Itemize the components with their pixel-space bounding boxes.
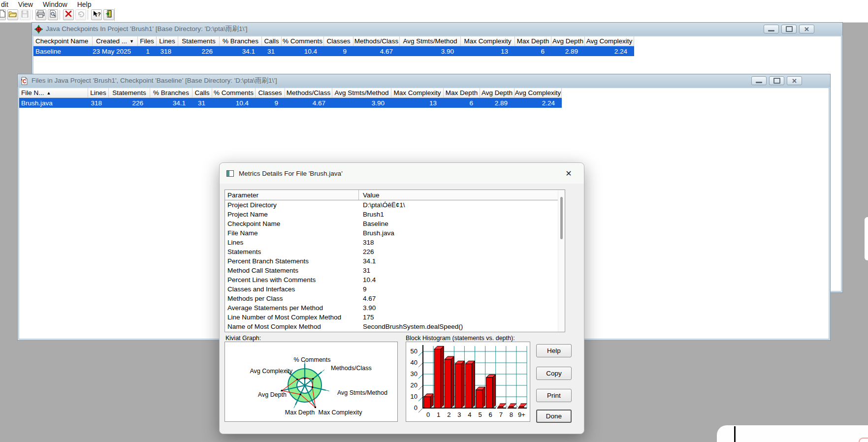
column-header-created-[interactable]: Created ...▼ bbox=[93, 36, 138, 46]
parameter-row[interactable]: Name of Most Complex MethodSecondBrushSy… bbox=[225, 322, 565, 331]
metrics-dialog-titlebar[interactable]: Metrics Details For File 'Brush.java' ✕ bbox=[220, 163, 584, 184]
column-header-max-complexity[interactable]: Max Complexity bbox=[461, 36, 515, 46]
parameter-row[interactable]: Method Call Statements31 bbox=[225, 266, 565, 275]
parameter-row[interactable]: Project NameBrush1 bbox=[225, 210, 565, 219]
table-cell: Brush.java bbox=[19, 98, 88, 108]
table-cell: 3.90 bbox=[400, 46, 461, 56]
parameter-row[interactable]: Checkpoint NameBaseline bbox=[225, 219, 565, 228]
column-header-methods-class[interactable]: Methods/Class bbox=[285, 88, 332, 98]
parameter-row[interactable]: Methods per Class4.67 bbox=[225, 294, 565, 303]
minimize-button[interactable] bbox=[751, 76, 767, 85]
menu-item-edit[interactable]: dit bbox=[0, 0, 13, 8]
column-header-methods-class[interactable]: Methods/Class bbox=[354, 36, 400, 46]
new-document-icon bbox=[0, 10, 6, 20]
minimize-button[interactable] bbox=[764, 25, 779, 33]
undo-button[interactable] bbox=[75, 9, 86, 20]
kiviat-graph: % CommentsMethods/ClassAvg Stmts/MethodM… bbox=[225, 342, 398, 422]
column-header-calls[interactable]: Calls bbox=[193, 88, 212, 98]
column-header-classes[interactable]: Classes bbox=[256, 88, 285, 98]
context-help-button[interactable]: ? bbox=[91, 9, 102, 20]
histogram-x-tick: 3 bbox=[457, 411, 461, 418]
close-button[interactable]: ✕ bbox=[799, 25, 814, 33]
column-header-avg-complexity[interactable]: Avg Complexity bbox=[514, 88, 562, 98]
column-header-files[interactable]: Files bbox=[138, 36, 157, 46]
column-header-file-n-[interactable]: File N...▲ bbox=[19, 88, 88, 98]
parameter-name: Project Directory bbox=[225, 201, 359, 209]
parameter-row[interactable]: Percent Lines with Comments10.4 bbox=[225, 275, 565, 284]
kiviat-axis-label: Max Depth bbox=[285, 409, 315, 416]
save-icon bbox=[21, 10, 29, 20]
parameter-name: Average Statements per Method bbox=[225, 304, 359, 312]
new-document-button[interactable] bbox=[0, 9, 6, 20]
column-header-avg-complexity[interactable]: Avg Complexity bbox=[585, 36, 634, 46]
print-preview-button[interactable] bbox=[48, 9, 59, 20]
column-header-avg-stmts-method[interactable]: Avg Stmts/Method bbox=[332, 88, 391, 98]
column-header-avg-depth[interactable]: Avg Depth bbox=[480, 88, 514, 98]
parameter-row[interactable]: File NameBrush.java bbox=[225, 228, 565, 238]
copy-button[interactable]: Copy bbox=[536, 367, 572, 380]
checkpoints-table-header: Checkpoint NameCreated ...▼FilesLinesSta… bbox=[33, 36, 841, 46]
histogram-y-tick: 50 bbox=[411, 347, 418, 355]
parameter-value: D:\pta\ÓêË¢1\ bbox=[359, 201, 405, 209]
column-header--comments[interactable]: % Comments bbox=[212, 88, 256, 98]
delete-button[interactable] bbox=[63, 9, 74, 20]
parameter-list-scrollbar[interactable] bbox=[558, 190, 565, 332]
save-button[interactable] bbox=[20, 9, 31, 20]
histogram-x-tick: 5 bbox=[478, 411, 482, 418]
bottom-right-overlay bbox=[717, 425, 868, 442]
checkpoints-table-row-selected[interactable]: Baseline23 May 2025131822634.13110.494.6… bbox=[33, 46, 634, 56]
parameter-row[interactable]: Line Number of Most Complex Method175 bbox=[225, 313, 565, 322]
parameter-row[interactable]: Average Statements per Method3.90 bbox=[225, 303, 565, 313]
window-controls: ✕ bbox=[764, 25, 814, 33]
exit-door-icon bbox=[105, 10, 113, 20]
column-header-max-depth[interactable]: Max Depth bbox=[515, 36, 551, 46]
parameter-row[interactable]: Project DirectoryD:\pta\ÓêË¢1\ bbox=[225, 200, 565, 210]
column-header--comments[interactable]: % Comments bbox=[282, 36, 324, 46]
exit-button[interactable] bbox=[103, 9, 114, 20]
column-header-statements[interactable]: Statements bbox=[109, 88, 150, 98]
files-table-row-selected[interactable]: Brush.java31822634.13110.494.673.901362.… bbox=[19, 98, 562, 108]
parameter-list-header[interactable]: Parameter Value bbox=[225, 190, 565, 200]
done-button[interactable]: Done bbox=[536, 410, 572, 423]
parameter-name: Project Name bbox=[225, 211, 359, 218]
menu-item-help[interactable]: Help bbox=[72, 0, 96, 8]
parameter-column-header[interactable]: Parameter bbox=[225, 190, 359, 200]
maximize-button[interactable] bbox=[769, 76, 784, 85]
column-header-checkpoint-name[interactable]: Checkpoint Name bbox=[33, 36, 93, 46]
print-button[interactable]: Print bbox=[536, 389, 572, 402]
value-column-header[interactable]: Value bbox=[359, 191, 380, 199]
print-preview-icon bbox=[49, 10, 57, 20]
column-header-max-depth[interactable]: Max Depth bbox=[444, 88, 480, 98]
column-header-avg-stmts-method[interactable]: Avg Stmts/Method bbox=[400, 36, 461, 46]
column-header-classes[interactable]: Classes bbox=[324, 36, 354, 46]
parameter-name: Percent Branch Statements bbox=[225, 257, 359, 265]
help-button[interactable]: Help bbox=[536, 344, 572, 357]
column-header-max-complexity[interactable]: Max Complexity bbox=[391, 88, 444, 98]
parameter-value: Brush.java bbox=[359, 229, 394, 237]
parameter-row[interactable]: Statements226 bbox=[225, 247, 565, 256]
print-button[interactable] bbox=[35, 9, 46, 20]
parameter-row[interactable]: Lines318 bbox=[225, 238, 565, 247]
column-header--branches[interactable]: % Branches bbox=[220, 36, 262, 46]
files-window-titlebar[interactable]: C Files in Java Project 'Brush1', Checkp… bbox=[18, 74, 830, 87]
column-header-calls[interactable]: Calls bbox=[262, 36, 282, 46]
scrollbar-thumb[interactable] bbox=[560, 197, 563, 239]
histogram-y-tick: 10 bbox=[411, 393, 418, 400]
column-header-statements[interactable]: Statements bbox=[178, 36, 220, 46]
menu-item-view[interactable]: View bbox=[13, 0, 38, 8]
checkpoints-window-titlebar[interactable]: Java Checkpoints In Project 'Brush1' [Ba… bbox=[32, 23, 842, 35]
column-header--branches[interactable]: % Branches bbox=[150, 88, 193, 98]
table-cell: 4.67 bbox=[354, 46, 400, 56]
block-histogram: 010203040500123456789+ bbox=[406, 342, 530, 422]
parameter-row[interactable]: Percent Branch Statements34.1 bbox=[225, 256, 565, 266]
column-header-avg-depth[interactable]: Avg Depth bbox=[551, 36, 585, 46]
close-button[interactable]: ✕ bbox=[787, 76, 802, 85]
dialog-close-icon[interactable]: ✕ bbox=[560, 169, 577, 178]
maximize-button[interactable] bbox=[781, 25, 797, 33]
open-folder-button[interactable] bbox=[7, 9, 18, 20]
column-header-lines[interactable]: Lines bbox=[157, 36, 178, 46]
column-header-lines[interactable]: Lines bbox=[88, 88, 109, 98]
menu-item-window[interactable]: Window bbox=[38, 0, 72, 8]
histogram-x-tick: 4 bbox=[468, 411, 471, 418]
parameter-row[interactable]: Classes and Interfaces9 bbox=[225, 284, 565, 294]
